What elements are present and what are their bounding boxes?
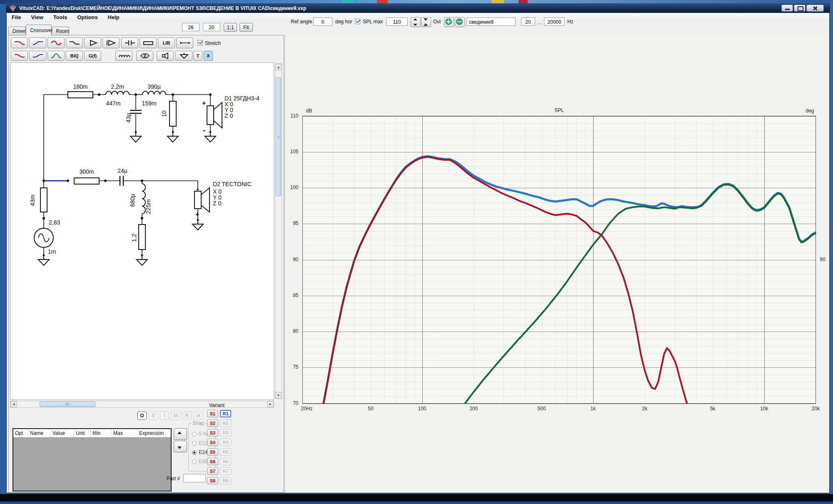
schematic-hscrollbar[interactable]: ◄ ⦀⦀ ► — [10, 401, 274, 408]
column-header-value[interactable]: Value — [51, 429, 74, 437]
scroll-up-button[interactable]: ▲ — [275, 64, 282, 70]
column-header-name[interactable]: Name — [28, 429, 51, 437]
text-tool-button[interactable]: T — [193, 51, 202, 61]
stretch-checkbox[interactable] — [197, 40, 203, 45]
spl-max-spinner[interactable] — [411, 17, 421, 27]
driver-d2[interactable] — [195, 191, 201, 209]
scroll-down-button[interactable]: ▼ — [275, 392, 282, 399]
move-up-button[interactable] — [174, 428, 187, 440]
variant-button-s5[interactable]: S5 — [207, 448, 218, 456]
menu-item-help[interactable]: Help — [103, 13, 125, 20]
resistor-1.2[interactable] — [139, 225, 145, 250]
snap-radio-E24[interactable] — [192, 450, 197, 455]
schematic-canvas[interactable]: 180m 2,2m 447m 390µ 159m 43µ 10 D1 25ГДН… — [10, 62, 274, 400]
resistor-180m[interactable] — [68, 92, 93, 98]
capacitor-43u[interactable] — [130, 110, 142, 113]
resistor-43m[interactable] — [40, 188, 47, 212]
schematic-vscrollbar[interactable]: ▲ ≡ ▼ — [275, 63, 282, 399]
highpass-block-button[interactable] — [29, 37, 46, 48]
gf-button[interactable]: G(f) — [84, 51, 101, 61]
column-header-min[interactable]: Min — [91, 429, 112, 437]
driver-block-button[interactable] — [157, 51, 174, 61]
freq-max-field[interactable] — [544, 17, 565, 26]
variant-button-s1[interactable]: S1 — [207, 410, 218, 417]
maximize-button[interactable] — [794, 5, 806, 12]
scroll-right-button[interactable]: ► — [267, 401, 274, 407]
spl-max-field[interactable] — [386, 17, 408, 26]
variant-button-s6[interactable]: S6 — [207, 458, 218, 465]
column-header-unit[interactable]: Unit — [74, 429, 91, 437]
highshelf-block-button[interactable] — [29, 51, 46, 61]
capacitor-24u[interactable] — [120, 176, 123, 186]
lowshelf-block-button[interactable] — [11, 51, 28, 61]
titlebar[interactable]: VituixCAD: E:\YandexDisk\СЕМЕЙНОЕ\ДИНАМИ… — [6, 3, 830, 13]
shelf-block-button[interactable] — [66, 37, 83, 48]
library-button[interactable]: LIB — [158, 37, 175, 48]
variant-button-r5[interactable]: R5 — [220, 448, 231, 456]
grid-width-field[interactable] — [182, 23, 200, 31]
tab-drivers[interactable]: Drivers — [8, 27, 26, 35]
menu-item-view[interactable]: View — [26, 13, 48, 20]
tab-room[interactable]: Room — [52, 27, 69, 35]
freq-min-field[interactable] — [521, 17, 535, 26]
part-number-field[interactable] — [183, 474, 206, 482]
minimize-button[interactable] — [781, 5, 793, 12]
variant-button-s3[interactable]: S3 — [207, 429, 218, 437]
fit-button[interactable]: Fit — [239, 23, 253, 32]
inductor-block-button[interactable] — [115, 51, 132, 61]
variant-button-s2[interactable]: S2 — [207, 419, 218, 427]
column-header-expression[interactable]: Expression — [137, 429, 171, 437]
variant-button-r6[interactable]: R6 — [220, 458, 231, 465]
amplifier-block-button[interactable] — [102, 37, 120, 48]
mode-button-s[interactable]: S — [149, 412, 158, 420]
inductor-390u[interactable] — [142, 91, 166, 95]
variant-button-r8[interactable]: R8 — [220, 477, 231, 484]
variant-button-s8[interactable]: S8 — [207, 477, 218, 484]
fit-y-scale-button[interactable] — [421, 17, 431, 27]
mode-button-i[interactable]: I — [160, 412, 169, 420]
menu-item-file[interactable]: File — [7, 13, 26, 20]
spl-max-checkbox[interactable] — [355, 19, 360, 24]
column-header-max[interactable]: Max — [112, 429, 137, 437]
peak-block-button[interactable] — [47, 51, 65, 61]
overlay-remove-button[interactable] — [455, 17, 465, 27]
move-down-button[interactable] — [174, 441, 187, 452]
mode-button-r[interactable]: R — [182, 412, 192, 420]
snap-radio-E48[interactable] — [192, 459, 197, 464]
ref-angle-field[interactable] — [313, 17, 332, 26]
inductor-2.2m[interactable] — [106, 91, 129, 95]
scroll-left-button[interactable]: ◄ — [10, 401, 17, 407]
spl-chart[interactable] — [287, 35, 829, 494]
transformer-block-button[interactable] — [136, 51, 153, 61]
snap-radio-E12[interactable] — [192, 441, 197, 446]
mode-button-m[interactable]: M — [171, 412, 180, 420]
column-header-opt[interactable]: Opt — [13, 429, 28, 437]
grid-height-field[interactable] — [203, 23, 220, 31]
vscroll-thumb[interactable]: ≡ — [276, 77, 281, 196]
overlay-name-field[interactable] — [466, 17, 516, 26]
variant-button-r7[interactable]: R7 — [220, 467, 231, 475]
variant-button-r4[interactable]: R4 — [220, 439, 231, 446]
biquad-button[interactable]: BiQ — [66, 51, 83, 61]
close-button[interactable] — [806, 5, 824, 12]
menu-item-options[interactable]: Options — [72, 13, 103, 20]
variant-button-r1[interactable]: R1 — [220, 410, 231, 417]
buffer-block-button[interactable] — [84, 37, 101, 48]
capacitor-block-button[interactable] — [121, 37, 138, 48]
variant-button-s7[interactable]: S7 — [207, 467, 218, 475]
menu-item-tools[interactable]: Tools — [48, 13, 72, 20]
driver-d1[interactable] — [207, 106, 214, 125]
lowpass-block-button[interactable] — [11, 37, 28, 48]
variant-button-r3[interactable]: R3 — [220, 429, 231, 437]
wire-button[interactable] — [176, 37, 193, 48]
resistor-block-button[interactable] — [140, 37, 157, 48]
overlay-add-button[interactable] — [444, 17, 454, 27]
mode-button-h[interactable]: H — [194, 412, 203, 420]
snap-radio-5[interactable] — [192, 432, 197, 437]
delete-tool-button[interactable]: X — [204, 51, 213, 61]
resistor-300m[interactable] — [74, 178, 99, 184]
variant-button-r2[interactable]: R2 — [220, 419, 231, 427]
mode-button-o[interactable]: O — [137, 412, 147, 420]
resistor-10[interactable] — [170, 101, 176, 126]
bandpass-block-button[interactable] — [47, 37, 65, 48]
